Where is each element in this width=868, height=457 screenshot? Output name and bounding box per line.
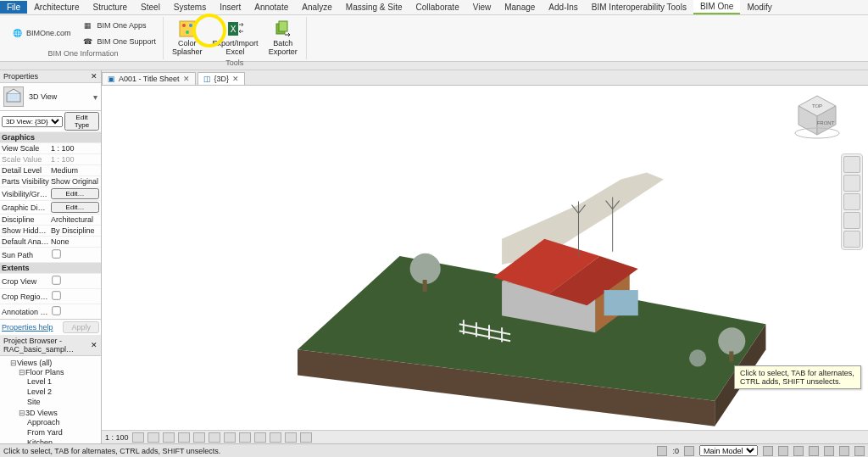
prop-value[interactable] <box>49 290 99 303</box>
ribbon-tab-addins[interactable]: Add-Ins <box>542 1 584 14</box>
vc-temp-hide[interactable] <box>254 432 266 443</box>
tree-leaf[interactable]: Kitchen <box>27 437 99 443</box>
prop-value[interactable] <box>49 305 99 318</box>
project-browser-close[interactable]: ✕ <box>91 341 97 349</box>
properties-type-selector[interactable]: 3D View ▾ <box>0 83 101 110</box>
prop-row[interactable]: Parts VisibilityShow Original <box>0 176 101 187</box>
vc-crop-show[interactable] <box>224 432 236 443</box>
vc-lock[interactable] <box>239 432 251 443</box>
project-browser-tree[interactable]: ⊟Views (all) ⊟Floor PlansLevel 1Level 2S… <box>0 356 101 443</box>
prop-value[interactable]: By Discipline <box>49 226 99 235</box>
ribbon-tab-annotate[interactable]: Annotate <box>248 1 295 14</box>
bimone-apps-link[interactable]: ▦ BIM One Apps <box>80 18 159 33</box>
doc-tab-3d[interactable]: ◫ {3D} ✕ <box>198 72 246 85</box>
ribbon-tab-manage[interactable]: Manage <box>498 1 542 14</box>
prop-value[interactable]: 1 : 100 <box>49 155 99 164</box>
vc-analytical[interactable] <box>285 432 297 443</box>
prop-value[interactable] <box>49 275 99 287</box>
bimone-support-link[interactable]: ☎ BIM One Support <box>80 34 159 49</box>
ribbon-tab-structure[interactable]: Structure <box>86 1 134 14</box>
bimone-site-link[interactable]: 🌐 BIMOne.com <box>8 25 73 41</box>
prop-row[interactable]: View Scale1 : 100 <box>0 142 101 153</box>
vc-detail[interactable] <box>132 432 144 443</box>
sb-ico-4[interactable] <box>809 446 819 456</box>
prop-checkbox[interactable] <box>52 306 60 315</box>
properties-help-link[interactable]: Properties help <box>2 323 53 332</box>
edit-type-button[interactable]: Edit Type <box>64 112 99 131</box>
tree-branch[interactable]: ⊟Floor PlansLevel 1Level 2Site <box>19 367 99 408</box>
sb-ico-5[interactable] <box>824 446 834 456</box>
prop-value[interactable]: Edit… <box>49 188 99 199</box>
sb-select[interactable] <box>657 446 667 456</box>
prop-checkbox[interactable] <box>52 249 60 258</box>
prop-value[interactable]: Show Original <box>49 177 99 186</box>
sb-ico-7[interactable] <box>854 446 865 456</box>
view-instance-selector[interactable]: 3D View: {3D} <box>2 116 63 127</box>
prop-row[interactable]: Crop Region … <box>0 288 101 304</box>
ribbon-tab-systems[interactable]: Systems <box>167 1 213 14</box>
tree-leaf[interactable]: Approach <box>27 417 99 427</box>
view-scale[interactable]: 1 : 100 <box>105 433 129 442</box>
prop-edit-button[interactable]: Edit… <box>51 188 99 199</box>
sb-ico-1[interactable] <box>763 446 773 456</box>
ribbon-tab-collaborate[interactable]: Collaborate <box>409 1 466 14</box>
prop-value[interactable]: 1 : 100 <box>49 144 99 153</box>
vc-crop[interactable] <box>209 432 220 443</box>
prop-row[interactable]: Scale Value1 : 100 <box>0 153 101 164</box>
nav-pan[interactable] <box>843 175 860 192</box>
ribbon-tab-view[interactable]: View <box>466 1 498 14</box>
ribbon-tab-analyze[interactable]: Analyze <box>295 1 339 14</box>
prop-row[interactable]: Detail LevelMedium <box>0 164 101 176</box>
sb-ico-6[interactable] <box>839 446 849 456</box>
prop-row[interactable]: DisciplineArchitectural <box>0 214 101 225</box>
doc-tab-1-close[interactable]: ✕ <box>232 75 239 83</box>
vc-render[interactable] <box>193 432 205 443</box>
workset-selector[interactable]: Main Model <box>699 445 758 456</box>
prop-row[interactable]: Annotation Cr… <box>0 304 101 319</box>
sb-ico-2[interactable] <box>778 446 788 456</box>
sb-filter[interactable] <box>684 446 694 456</box>
nav-zoom[interactable] <box>843 193 860 210</box>
tree-leaf[interactable]: Level 2 <box>27 387 99 397</box>
prop-edit-button[interactable]: Edit… <box>51 202 99 213</box>
doc-tab-title-sheet[interactable]: ▣ A001 - Title Sheet ✕ <box>102 72 196 85</box>
ribbon-tab-file[interactable]: File <box>0 1 27 14</box>
prop-checkbox[interactable] <box>52 276 60 284</box>
tree-leaf[interactable]: From Yard <box>27 427 99 437</box>
sb-ico-3[interactable] <box>793 446 804 456</box>
prop-row[interactable]: Graphic Displ…Edit… <box>0 200 101 214</box>
prop-value[interactable] <box>49 248 99 261</box>
export-import-excel-button[interactable]: X Export/Import Excel <box>209 17 262 59</box>
prop-value[interactable]: Medium <box>49 166 99 175</box>
vc-visual-style[interactable] <box>147 432 159 443</box>
vc-constraints[interactable] <box>300 432 312 443</box>
properties-close[interactable]: ✕ <box>91 72 97 81</box>
prop-value[interactable]: Architectural <box>49 215 99 224</box>
prop-row[interactable]: Default Analy…None <box>0 236 101 247</box>
prop-checkbox[interactable] <box>52 291 60 299</box>
nav-wheel[interactable] <box>843 156 860 173</box>
vc-shadows[interactable] <box>178 432 190 443</box>
prop-row[interactable]: Crop View <box>0 273 101 288</box>
ribbon-tab-bimone[interactable]: BIM One <box>693 0 740 14</box>
prop-row[interactable]: Sun Path <box>0 247 101 262</box>
color-splasher-button[interactable]: Color Splasher <box>169 17 206 59</box>
prop-value[interactable]: None <box>49 237 99 246</box>
view-cube[interactable]: TOP FRONT <box>792 91 843 142</box>
prop-value[interactable]: Edit… <box>49 202 99 213</box>
tree-leaf[interactable]: Level 1 <box>27 376 99 387</box>
ribbon-tab-architecture[interactable]: Architecture <box>27 1 86 14</box>
ribbon-tab-insert[interactable]: Insert <box>213 1 248 14</box>
doc-tab-0-close[interactable]: ✕ <box>183 75 190 83</box>
ribbon-tab-biminterop[interactable]: BIM Interoperability Tools <box>585 1 693 14</box>
vc-sun[interactable] <box>163 432 175 443</box>
ribbon-tab-massing[interactable]: Massing & Site <box>339 1 409 14</box>
tree-root[interactable]: ⊟Views (all) ⊟Floor PlansLevel 1Level 2S… <box>10 358 99 443</box>
nav-orbit[interactable] <box>843 212 860 229</box>
ribbon-tab-steel[interactable]: Steel <box>134 1 167 14</box>
prop-row[interactable]: Visibility/Grap…Edit… <box>0 187 101 200</box>
viewport[interactable]: TOP FRONT Click to select, TAB for alter… <box>102 86 868 430</box>
batch-exporter-button[interactable]: Batch Exporter <box>265 17 301 59</box>
properties-apply-button[interactable]: Apply <box>63 321 99 333</box>
tree-branch[interactable]: ⊟3D ViewsApproachFrom YardKitchenLiving … <box>19 408 99 443</box>
